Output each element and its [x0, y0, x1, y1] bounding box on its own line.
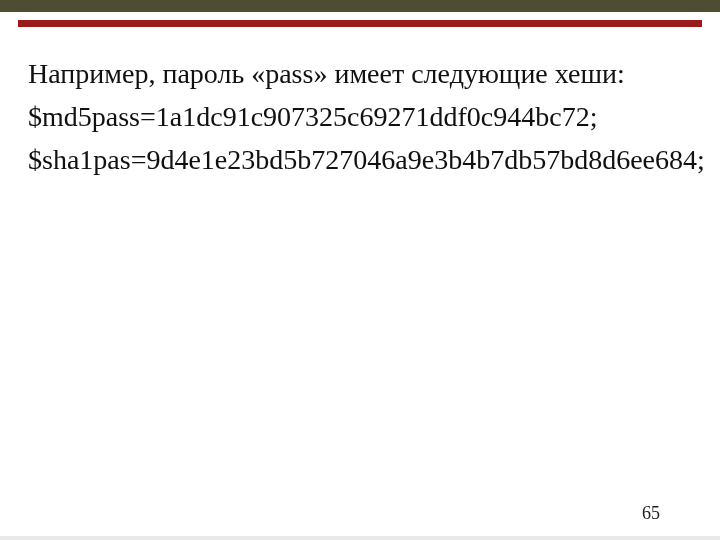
- intro-paragraph: Например, пароль «pass» имеет следующие …: [28, 56, 692, 93]
- slide-top-bar: [0, 0, 720, 12]
- md5-hash-line: $md5pass=1a1dc91c907325c69271ddf0c944bc7…: [28, 99, 692, 136]
- slide-bottom-edge: [0, 536, 720, 540]
- sha1-hash-line: $sha1pas=9d4e1e23bd5b727046a9e3b4b7db57b…: [28, 142, 692, 179]
- slide-body: Например, пароль «pass» имеет следующие …: [28, 56, 692, 500]
- page-number: 65: [642, 503, 660, 524]
- slide-accent-stripe: [18, 20, 702, 27]
